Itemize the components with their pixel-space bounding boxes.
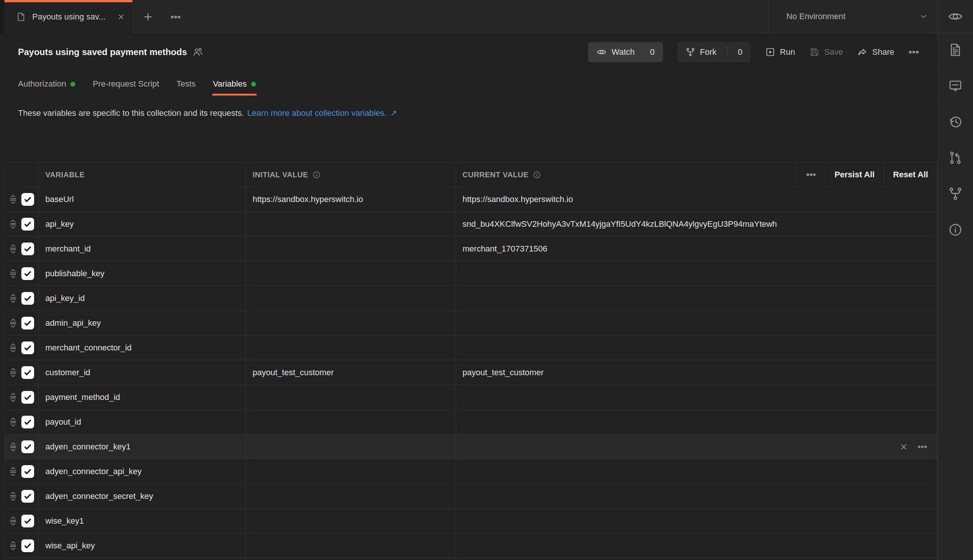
current-value-cell[interactable]: https://sandbox.hyperswitch.io [456,187,937,212]
initial-value-cell[interactable] [246,286,456,310]
variable-checkbox[interactable] [22,515,34,527]
variable-name-cell[interactable]: customer_id [38,360,246,385]
variable-checkbox[interactable] [22,391,34,404]
drag-handle-icon[interactable] [7,466,19,477]
watch-button[interactable]: Watch 0 [588,42,663,62]
variable-checkbox[interactable] [22,292,34,305]
variable-name-cell[interactable]: wise_api_key [38,533,246,558]
add-current-value-input[interactable] [456,558,937,560]
initial-value-cell[interactable] [246,335,456,360]
variable-name-cell[interactable]: adyen_connector_api_key [38,459,246,483]
current-value-cell[interactable] [456,335,937,360]
initial-value-cell[interactable]: https://sandbox.hyperswitch.io [246,187,456,212]
variable-name-cell[interactable]: baseUrl [38,187,246,212]
drag-handle-icon[interactable] [7,515,19,527]
variable-checkbox[interactable] [22,243,34,255]
current-value-cell[interactable] [456,311,937,335]
initial-value-cell[interactable] [246,533,456,558]
initial-value-cell[interactable] [246,261,456,286]
variable-name-cell[interactable]: adyen_connector_secret_key [38,484,246,508]
collection-more-actions-button[interactable] [908,47,919,57]
add-variable-row[interactable]: Add a new variable [5,558,937,560]
drag-handle-icon[interactable] [7,392,19,403]
tab-pre-request-script[interactable]: Pre-request Script [93,71,159,97]
open-collection-tab[interactable]: Payouts using sav... [5,0,133,33]
documentation-icon[interactable] [948,42,963,57]
drag-handle-icon[interactable] [7,342,19,353]
initial-value-cell[interactable] [246,484,456,508]
delete-variable-icon[interactable] [899,442,908,452]
row-more-icon[interactable] [918,442,927,452]
forks-icon[interactable] [948,186,963,201]
variable-name-cell[interactable]: admin_api_key [38,311,246,335]
drag-handle-icon[interactable] [7,491,19,502]
variable-checkbox[interactable] [22,267,34,280]
variable-name-cell[interactable]: merchant_connector_id [38,335,246,360]
variable-name-cell[interactable]: publishable_key [38,261,246,286]
variable-checkbox[interactable] [22,342,34,354]
variable-checkbox[interactable] [22,218,34,230]
tab-authorization[interactable]: Authorization [18,71,75,97]
current-value-cell[interactable] [456,286,937,310]
tab-tests[interactable]: Tests [177,71,196,97]
variable-checkbox[interactable] [22,465,34,478]
drag-handle-icon[interactable] [7,367,19,378]
variable-checkbox[interactable] [22,416,34,428]
current-value-info-icon[interactable] [533,170,541,179]
new-tab-button[interactable] [140,8,157,25]
variable-checkbox[interactable] [22,317,34,330]
drag-handle-icon[interactable] [7,268,19,279]
variable-checkbox[interactable] [22,366,34,379]
initial-value-info-icon[interactable] [312,170,321,179]
initial-value-cell[interactable] [246,410,456,434]
current-value-cell[interactable] [456,261,937,286]
persist-all-button[interactable]: Persist All [825,163,884,187]
drag-handle-icon[interactable] [7,317,19,329]
environment-quick-look-button[interactable] [948,8,963,24]
variable-checkbox[interactable] [22,490,34,503]
add-variable-input[interactable]: Add a new variable [38,558,246,560]
current-value-cell[interactable] [456,533,937,558]
initial-value-cell[interactable] [246,385,456,409]
initial-value-cell[interactable] [246,459,456,483]
fork-button[interactable]: Fork 0 [677,42,751,62]
drag-handle-icon[interactable] [7,540,19,552]
tab-strip-more-button[interactable] [167,8,184,25]
share-button[interactable]: Share [857,47,894,57]
current-value-cell[interactable] [456,385,937,409]
initial-value-cell[interactable] [246,435,456,459]
current-value-cell[interactable] [456,508,937,533]
variable-name-cell[interactable]: adyen_connector_key1 [38,435,246,459]
initial-value-cell[interactable] [246,508,456,533]
variable-checkbox[interactable] [22,440,34,453]
learn-more-link[interactable]: Learn more about collection variables. ↗ [247,108,397,118]
initial-value-cell[interactable] [246,212,456,236]
drag-handle-icon[interactable] [7,194,19,205]
drag-handle-icon[interactable] [7,441,19,452]
variable-name-cell[interactable]: payout_id [38,410,246,434]
current-value-cell[interactable]: payout_test_customer [456,360,937,385]
add-initial-value-input[interactable] [246,558,456,560]
current-value-cell[interactable] [456,459,937,483]
drag-handle-icon[interactable] [7,218,19,230]
current-value-cell[interactable]: merchant_1707371506 [456,237,937,261]
reset-all-button[interactable]: Reset All [884,163,937,187]
variable-name-cell[interactable]: payment_method_id [38,385,246,409]
initial-value-cell[interactable] [246,237,456,261]
run-button[interactable]: Run [765,47,795,57]
current-value-cell[interactable] [456,410,937,434]
initial-value-cell[interactable]: payout_test_customer [246,360,456,385]
save-button[interactable]: Save [809,47,843,57]
table-more-options-button[interactable] [797,163,825,187]
initial-value-cell[interactable] [246,311,456,335]
fork-count[interactable]: 0 [738,47,743,57]
current-value-cell[interactable]: snd_bu4XKClfwSV2HohyA3vTxM14yjgaYfI5UdY4… [456,212,937,236]
variable-name-cell[interactable]: api_key_id [38,286,246,310]
tab-variables[interactable]: Variables [213,71,256,97]
variable-name-cell[interactable]: merchant_id [38,237,246,261]
current-value-cell[interactable] [456,435,937,459]
changelog-history-icon[interactable] [948,114,963,129]
variable-name-cell[interactable]: api_key [38,212,246,236]
info-icon[interactable] [948,222,963,237]
comments-icon[interactable] [948,78,963,93]
